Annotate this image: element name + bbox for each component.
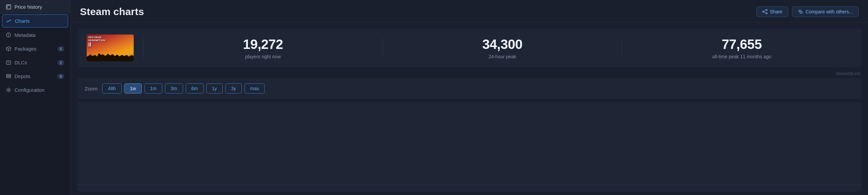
- sidebar-item-depots[interactable]: Depots9: [0, 69, 70, 83]
- svg-line-8: [9, 48, 11, 49]
- alltime-peak-value: 77,655: [722, 37, 762, 52]
- sidebar-badge-depots: 9: [57, 74, 64, 79]
- header-actions: Share Compare with others...: [756, 6, 859, 17]
- attribution: SteamDB.info: [70, 71, 868, 78]
- peak-24h-label: 24-hour peak: [488, 54, 516, 59]
- main-content: Steam charts Share Compare with others..…: [70, 0, 868, 195]
- stat-current-players: 19,272 players right now: [153, 37, 373, 59]
- svg-line-7: [6, 48, 9, 49]
- svg-point-14: [766, 9, 767, 11]
- sidebar-badge-dlcs: 2: [57, 60, 64, 65]
- zoom-btn-3y[interactable]: 3y: [225, 83, 242, 93]
- sidebar-item-label-price-history: Price history: [14, 4, 42, 10]
- svg-line-17: [764, 10, 766, 11]
- sidebar-item-label-configuration: Configuration: [14, 87, 44, 93]
- game-thumbnail: RED DEADREDEMPTIONII: [87, 35, 134, 61]
- current-players-label: players right now: [245, 54, 281, 59]
- current-players-value: 19,272: [243, 37, 283, 52]
- price-history-icon: [6, 4, 11, 9]
- metadata-icon: [6, 33, 11, 38]
- divider-2: [382, 38, 383, 58]
- zoom-btn-1w[interactable]: 1w: [124, 83, 142, 93]
- charts-icon: [6, 18, 11, 24]
- zoom-btn-6m[interactable]: 6m: [186, 83, 204, 93]
- compare-button[interactable]: Compare with others...: [792, 6, 859, 17]
- zoom-btn-1y[interactable]: 1y: [206, 83, 223, 93]
- sidebar-item-label-packages: Packages: [14, 46, 37, 51]
- sidebar-item-label-metadata: Metadata: [14, 32, 36, 38]
- sidebar-item-dlcs[interactable]: DLCs2: [0, 55, 70, 69]
- share-icon: [762, 9, 768, 14]
- divider-3: [622, 38, 622, 58]
- sidebar-item-label-charts: Charts: [15, 18, 30, 24]
- compare-icon: [798, 9, 803, 14]
- sidebar-item-metadata[interactable]: Metadata: [0, 28, 70, 42]
- zoom-btn-1m[interactable]: 1m: [145, 83, 162, 93]
- peak-24h-value: 34,300: [483, 37, 522, 52]
- sidebar-item-label-depots: Depots: [14, 73, 31, 79]
- share-button[interactable]: Share: [756, 6, 788, 17]
- zoom-btn-48h[interactable]: 48h: [102, 83, 121, 93]
- chart-baseline: [77, 185, 861, 185]
- svg-rect-12: [6, 76, 11, 78]
- svg-rect-0: [6, 5, 11, 9]
- game-title-art: RED DEADREDEMPTIONII: [88, 36, 105, 48]
- sidebar-item-charts[interactable]: Charts: [2, 14, 68, 28]
- svg-point-15: [763, 11, 764, 12]
- sidebar-badge-packages: 5: [57, 46, 64, 51]
- zoom-label: Zoom: [85, 86, 97, 91]
- depots-icon: [6, 74, 11, 79]
- compare-label: Compare with others...: [806, 9, 853, 14]
- page-title: Steam charts: [80, 6, 144, 17]
- zoom-bar: Zoom 48h1w1m3m6m1y3ymax: [77, 78, 861, 99]
- packages-icon: [6, 46, 11, 51]
- sidebar-item-price-history[interactable]: Price history: [0, 0, 70, 14]
- stat-alltime-peak: 77,655 all-time peak 11 months ago: [631, 37, 852, 59]
- share-label: Share: [770, 9, 782, 14]
- chart-area: [77, 102, 861, 192]
- svg-line-18: [764, 12, 766, 13]
- zoom-btn-max[interactable]: max: [245, 83, 265, 93]
- sidebar-item-configuration[interactable]: Configuration: [0, 83, 70, 97]
- divider-1: [143, 38, 144, 58]
- sidebar-item-packages[interactable]: Packages5: [0, 42, 70, 55]
- svg-point-5: [8, 34, 9, 34]
- zoom-btn-3m[interactable]: 3m: [165, 83, 183, 93]
- configuration-icon: [6, 87, 11, 92]
- zoom-buttons: 48h1w1m3m6m1y3ymax: [102, 83, 265, 93]
- alltime-peak-label: all-time peak 11 months ago: [712, 54, 771, 59]
- sidebar-item-label-dlcs: DLCs: [14, 60, 27, 65]
- header: Steam charts Share Compare with others..…: [70, 0, 868, 23]
- stat-24h-peak: 34,300 24-hour peak: [392, 37, 613, 59]
- stats-card: RED DEADREDEMPTIONII 19,272 players righ…: [77, 29, 861, 67]
- sidebar: Price historyChartsMetadataPackages5DLCs…: [0, 0, 70, 195]
- svg-point-16: [766, 13, 767, 14]
- dlcs-icon: [6, 60, 11, 65]
- svg-point-13: [8, 89, 9, 91]
- svg-rect-11: [6, 74, 11, 76]
